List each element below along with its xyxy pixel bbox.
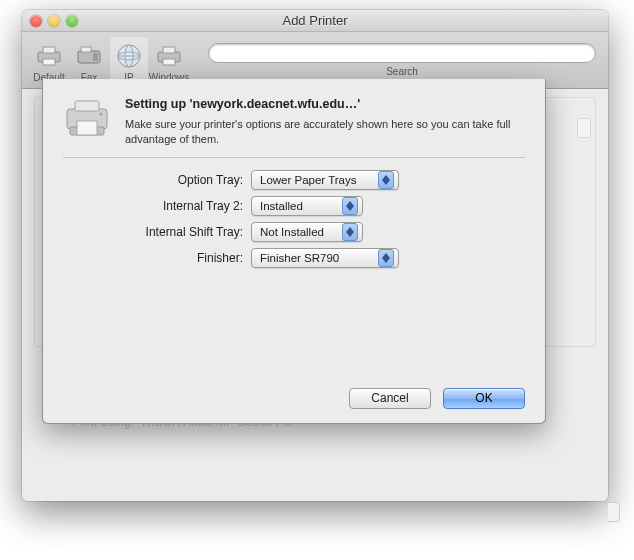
toolbar-default[interactable]: Default [30,37,68,83]
printer-icon [34,41,64,71]
option-label: Finisher: [63,251,243,265]
option-row: Option Tray: Lower Paper Trays [63,170,525,190]
updown-arrows-icon [378,171,394,189]
svg-rect-4 [81,47,91,52]
search-input[interactable] [208,43,596,63]
internal-tray2-popup[interactable]: Installed [251,196,363,216]
svg-rect-5 [93,53,98,61]
cancel-button[interactable]: Cancel [349,388,431,409]
option-tray-popup[interactable]: Lower Paper Trays [251,170,399,190]
titlebar: Add Printer [22,10,608,32]
globe-icon [114,41,144,71]
options-sheet: Setting up 'newyork.deacnet.wfu.edu…' Ma… [42,79,546,424]
svg-marker-21 [382,180,390,185]
finisher-popup[interactable]: Finisher SR790 [251,248,399,268]
printer-windows-icon [154,41,184,71]
search-label: Search [386,66,418,77]
sheet-title: Setting up 'newyork.deacnet.wfu.edu…' [125,97,525,111]
background-scroll-notch [608,502,620,522]
updown-arrows-icon [342,197,358,215]
history-stepper [577,118,591,138]
svg-rect-11 [163,47,175,53]
popup-value: Not Installed [260,226,324,238]
popup-value: Installed [260,200,303,212]
svg-rect-18 [77,121,97,135]
updown-arrows-icon [342,223,358,241]
printer-large-icon [63,97,111,147]
internal-shift-tray-popup[interactable]: Not Installed [251,222,363,242]
options-list: Option Tray: Lower Paper Trays Internal … [63,170,525,268]
svg-rect-16 [75,101,99,111]
svg-point-19 [99,112,102,115]
popup-value: Lower Paper Trays [260,174,357,186]
option-row: Internal Tray 2: Installed [63,196,525,216]
svg-marker-23 [346,206,354,211]
option-label: Option Tray: [63,173,243,187]
svg-marker-25 [346,232,354,237]
search-area: Search [208,43,596,77]
popup-value: Finisher SR790 [260,252,339,264]
toolbar-ip[interactable]: IP [110,37,148,83]
option-row: Internal Shift Tray: Not Installed [63,222,525,242]
svg-marker-27 [382,258,390,263]
toolbar-modes: Default Fax IP Windows [30,37,188,83]
svg-rect-1 [43,47,55,53]
fax-icon [74,41,104,71]
svg-rect-2 [43,59,55,65]
window-title: Add Printer [22,13,608,28]
divider [63,157,525,158]
close-window-button[interactable] [30,15,42,27]
traffic-lights [30,15,78,27]
ok-button[interactable]: OK [443,388,525,409]
option-label: Internal Tray 2: [63,199,243,213]
svg-rect-12 [163,59,175,65]
option-label: Internal Shift Tray: [63,225,243,239]
updown-arrows-icon [378,249,394,267]
toolbar-windows[interactable]: Windows [150,37,188,83]
toolbar-fax[interactable]: Fax [70,37,108,83]
zoom-window-button[interactable] [66,15,78,27]
minimize-window-button[interactable] [48,15,60,27]
option-row: Finisher: Finisher SR790 [63,248,525,268]
sheet-subtitle: Make sure your printer's options are acc… [125,117,525,147]
sheet-button-row: Cancel OK [63,388,525,409]
